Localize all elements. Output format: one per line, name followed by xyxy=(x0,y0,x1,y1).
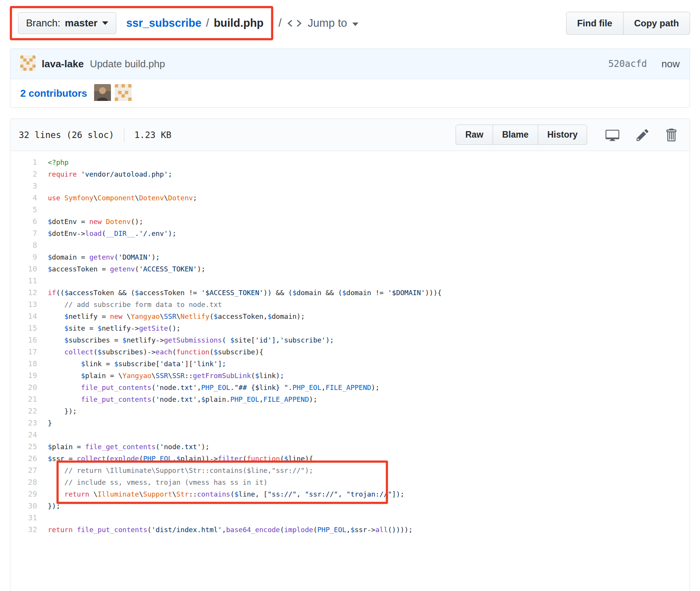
line-number[interactable]: 12 xyxy=(10,287,37,299)
code-line: 11 xyxy=(10,275,690,287)
line-number[interactable]: 32 xyxy=(10,524,37,536)
contributors-link[interactable]: 2 contributors xyxy=(20,88,87,99)
line-number[interactable]: 9 xyxy=(10,251,37,263)
caret-down-icon xyxy=(352,23,358,26)
code-line: 7$dotEnv->load(__DIR__.'/.env'); xyxy=(10,227,690,239)
breadcrumb-repo-link[interactable]: ssr_subscribe xyxy=(126,17,202,29)
line-number[interactable]: 8 xyxy=(10,239,37,251)
line-number[interactable]: 2 xyxy=(10,168,37,180)
line-number[interactable]: 22 xyxy=(10,405,37,417)
code-text: $subscribes = $netlify->getSubmissions( … xyxy=(37,334,334,346)
breadcrumb: ssr_subscribe / build.php xyxy=(126,17,264,29)
pencil-icon[interactable] xyxy=(636,128,649,142)
file-view-box: 32 lines (26 sloc) 1.23 KB Raw Blame His… xyxy=(10,119,690,591)
code-text: $link = $subscribe['data']['link']; xyxy=(37,358,226,370)
code-text: <?php xyxy=(37,156,68,168)
code-text: // add subscribe form data to node.txt xyxy=(37,299,222,310)
line-number[interactable]: 23 xyxy=(10,417,37,429)
line-number[interactable]: 18 xyxy=(10,358,37,370)
line-number[interactable]: 25 xyxy=(10,441,37,453)
code-text: $domain = getenv('DOMAIN'); xyxy=(37,251,160,263)
line-number[interactable]: 4 xyxy=(10,192,37,204)
code-text: $netlify = new \Yangyao\SSR\Netlify($acc… xyxy=(37,310,305,322)
trash-icon[interactable] xyxy=(665,128,677,142)
code-icon xyxy=(287,18,302,29)
line-number[interactable]: 26 xyxy=(10,453,37,464)
code-text: if(($accessToken && ($accessToken != '$A… xyxy=(37,287,442,299)
line-number[interactable]: 29 xyxy=(10,488,37,500)
code-line: 1<?php xyxy=(10,156,690,168)
line-number[interactable]: 16 xyxy=(10,334,37,346)
commit-message[interactable]: Update build.php xyxy=(90,58,165,70)
code-line: 23} xyxy=(10,417,690,429)
code-line: 10$accessToken = getenv('ACCESS_TOKEN'); xyxy=(10,263,690,275)
code-text: $accessToken = getenv('ACCESS_TOKEN'); xyxy=(37,263,205,275)
line-number[interactable]: 21 xyxy=(10,393,37,405)
branch-selector-button[interactable]: Branch: master xyxy=(18,12,116,34)
breadcrumb-separator: / xyxy=(206,17,209,29)
line-number[interactable]: 20 xyxy=(10,382,37,393)
line-number[interactable]: 17 xyxy=(10,346,37,358)
branch-name: master xyxy=(65,17,98,29)
line-number[interactable]: 15 xyxy=(10,322,37,334)
raw-button[interactable]: Raw xyxy=(456,125,492,145)
code-line: 32return file_put_contents('dist/index.h… xyxy=(10,524,690,536)
code-line: 30}); xyxy=(10,500,690,512)
code-text: $dotEnv = new Dotenv(); xyxy=(37,216,143,227)
code-text: $ssr = collect(explode(PHP_EOL,$plain))-… xyxy=(37,453,313,464)
code-line: 2require 'vendor/autoload.php'; xyxy=(10,168,690,180)
code-line: 31 xyxy=(10,512,690,524)
code-text: $plain = file_get_contents('node.txt'); xyxy=(37,441,210,453)
line-number[interactable]: 10 xyxy=(10,263,37,275)
code-text: $plain = \Yangyao\SSR\SSR::getFromSubLin… xyxy=(37,370,284,382)
code-line: 4use Symfony\Component\Dotenv\Dotenv; xyxy=(10,192,690,204)
line-number[interactable]: 5 xyxy=(10,204,37,216)
code-text: use Symfony\Component\Dotenv\Dotenv; xyxy=(37,192,197,204)
code-text xyxy=(37,429,48,441)
code-text: }); xyxy=(37,500,60,512)
commit-author-name[interactable]: lava-lake xyxy=(42,58,84,70)
line-number[interactable]: 6 xyxy=(10,216,37,227)
copy-path-button[interactable]: Copy path xyxy=(623,12,690,35)
contributor-avatar-photo[interactable] xyxy=(94,84,111,102)
annotation-box-breadcrumb: Branch: master ssr_subscribe / build.php xyxy=(10,6,273,40)
blame-button[interactable]: Blame xyxy=(493,125,538,145)
jump-to-control[interactable]: / Jump to xyxy=(278,17,358,29)
code-text: }); xyxy=(37,405,77,417)
line-number[interactable]: 24 xyxy=(10,429,37,441)
commit-sha-link[interactable]: 520acfd xyxy=(608,58,647,69)
code-text: file_put_contents('node.txt',$plain.PHP_… xyxy=(37,393,317,405)
line-number[interactable]: 27 xyxy=(10,464,37,476)
line-number[interactable]: 31 xyxy=(10,512,37,524)
code-text: // return \Illuminate\Support\Str::conta… xyxy=(37,464,313,476)
code-text: require 'vendor/autoload.php'; xyxy=(37,168,172,180)
contributor-avatar-identicon[interactable] xyxy=(115,84,132,102)
code-text: file_put_contents('node.txt',PHP_EOL."##… xyxy=(37,382,379,393)
code-line: 22 }); xyxy=(10,405,690,417)
line-number[interactable]: 28 xyxy=(10,476,37,488)
line-number[interactable]: 11 xyxy=(10,275,37,287)
find-file-button[interactable]: Find file xyxy=(566,12,623,35)
code-line: 6$dotEnv = new Dotenv(); xyxy=(10,216,690,227)
code-text: $dotEnv->load(__DIR__.'/.env'); xyxy=(37,227,176,239)
line-number[interactable]: 14 xyxy=(10,310,37,322)
file-header: 32 lines (26 sloc) 1.23 KB Raw Blame His… xyxy=(10,119,690,151)
line-number[interactable]: 30 xyxy=(10,500,37,512)
code-line: 13 // add subscribe form data to node.tx… xyxy=(10,299,690,310)
code-line: 9$domain = getenv('DOMAIN'); xyxy=(10,251,690,263)
commit-summary: lava-lake Update build.php 520acfd now xyxy=(10,49,690,79)
desktop-icon[interactable] xyxy=(605,128,620,142)
history-button[interactable]: History xyxy=(538,125,587,145)
code-line: 25$plain = file_get_contents('node.txt')… xyxy=(10,441,690,453)
line-number[interactable]: 7 xyxy=(10,227,37,239)
code-line: 16 $subscribes = $netlify->getSubmission… xyxy=(10,334,690,346)
code-text xyxy=(37,204,48,216)
line-number[interactable]: 13 xyxy=(10,299,37,310)
line-number[interactable]: 1 xyxy=(10,156,37,168)
code-line: 15 $site = $netlify->getSite(); xyxy=(10,322,690,334)
line-number[interactable]: 19 xyxy=(10,370,37,382)
code-text xyxy=(37,512,48,524)
code-area: 1<?php2require 'vendor/autoload.php';34u… xyxy=(10,151,690,591)
line-number[interactable]: 3 xyxy=(10,180,37,192)
commit-author-avatar[interactable] xyxy=(20,55,36,72)
